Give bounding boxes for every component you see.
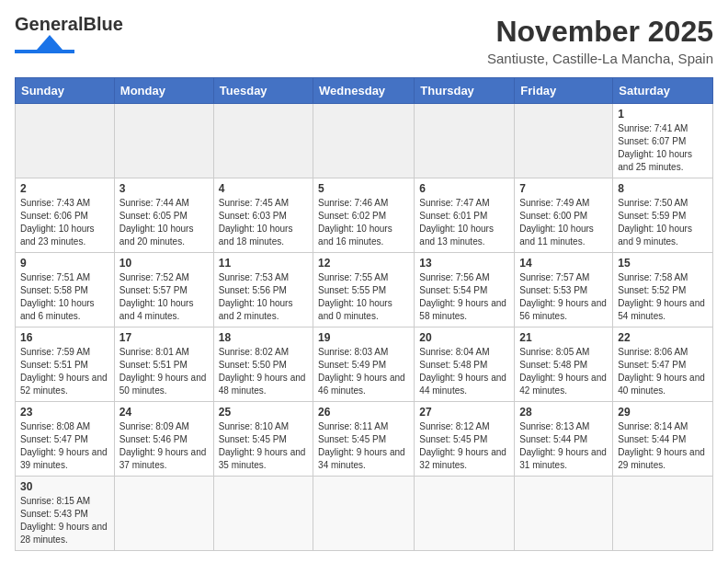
day-info: Sunrise: 7:52 AM Sunset: 5:57 PM Dayligh… — [119, 271, 209, 323]
day-number: 4 — [219, 182, 308, 195]
day-number: 26 — [318, 406, 409, 419]
calendar-cell — [515, 477, 613, 551]
calendar-cell — [613, 477, 713, 551]
logo: GeneralBlue — [15, 15, 123, 55]
day-number: 7 — [519, 182, 608, 195]
day-number: 14 — [519, 257, 608, 270]
day-number: 16 — [20, 331, 109, 344]
day-number: 5 — [318, 182, 409, 195]
day-info: Sunrise: 8:10 AM Sunset: 5:45 PM Dayligh… — [219, 420, 308, 472]
weekday-header-friday: Friday — [515, 78, 613, 104]
day-info: Sunrise: 7:44 AM Sunset: 6:05 PM Dayligh… — [119, 197, 209, 248]
calendar-cell: 26Sunrise: 8:11 AM Sunset: 5:45 PM Dayli… — [313, 402, 415, 477]
day-number: 2 — [20, 182, 109, 195]
logo-text-blue: Blue — [83, 15, 122, 33]
day-info: Sunrise: 8:08 AM Sunset: 5:47 PM Dayligh… — [20, 420, 109, 472]
calendar-cell: 12Sunrise: 7:55 AM Sunset: 5:55 PM Dayli… — [313, 253, 415, 327]
calendar-cell — [415, 104, 515, 178]
calendar-cell: 2Sunrise: 7:43 AM Sunset: 6:06 PM Daylig… — [16, 178, 115, 253]
calendar-cell: 29Sunrise: 8:14 AM Sunset: 5:44 PM Dayli… — [613, 402, 713, 477]
calendar-cell: 4Sunrise: 7:45 AM Sunset: 6:03 PM Daylig… — [213, 178, 313, 253]
calendar-cell: 6Sunrise: 7:47 AM Sunset: 6:01 PM Daylig… — [415, 178, 515, 253]
day-number: 23 — [20, 406, 109, 419]
calendar-cell: 10Sunrise: 7:52 AM Sunset: 5:57 PM Dayli… — [114, 253, 213, 327]
day-info: Sunrise: 7:53 AM Sunset: 5:56 PM Dayligh… — [219, 271, 308, 323]
page-header: GeneralBlue November 2025 Santiuste, Cas… — [15, 15, 713, 66]
day-info: Sunrise: 8:11 AM Sunset: 5:45 PM Dayligh… — [318, 420, 409, 472]
day-info: Sunrise: 7:45 AM Sunset: 6:03 PM Dayligh… — [219, 197, 308, 248]
day-info: Sunrise: 8:04 AM Sunset: 5:48 PM Dayligh… — [419, 346, 509, 397]
calendar-cell: 13Sunrise: 7:56 AM Sunset: 5:54 PM Dayli… — [415, 253, 515, 327]
calendar-cell — [213, 477, 313, 551]
calendar-cell: 7Sunrise: 7:49 AM Sunset: 6:00 PM Daylig… — [515, 178, 613, 253]
day-info: Sunrise: 7:57 AM Sunset: 5:53 PM Dayligh… — [519, 271, 608, 323]
day-number: 8 — [618, 182, 708, 195]
calendar-cell: 5Sunrise: 7:46 AM Sunset: 6:02 PM Daylig… — [313, 178, 415, 253]
calendar-cell: 22Sunrise: 8:06 AM Sunset: 5:47 PM Dayli… — [613, 327, 713, 402]
calendar-cell: 16Sunrise: 7:59 AM Sunset: 5:51 PM Dayli… — [16, 327, 115, 402]
calendar-cell: 19Sunrise: 8:03 AM Sunset: 5:49 PM Dayli… — [313, 327, 415, 402]
month-title: November 2025 — [487, 15, 713, 49]
day-info: Sunrise: 7:47 AM Sunset: 6:01 PM Dayligh… — [419, 197, 509, 248]
day-info: Sunrise: 7:41 AM Sunset: 6:07 PM Dayligh… — [618, 122, 708, 174]
day-number: 13 — [419, 257, 509, 270]
day-info: Sunrise: 8:03 AM Sunset: 5:49 PM Dayligh… — [318, 346, 409, 397]
day-info: Sunrise: 7:51 AM Sunset: 5:58 PM Dayligh… — [20, 271, 109, 323]
calendar-cell — [114, 477, 213, 551]
day-info: Sunrise: 7:49 AM Sunset: 6:00 PM Dayligh… — [519, 197, 608, 248]
day-info: Sunrise: 8:15 AM Sunset: 5:43 PM Dayligh… — [20, 495, 109, 546]
weekday-header-thursday: Thursday — [415, 78, 515, 104]
day-number: 27 — [419, 406, 509, 419]
calendar-week-3: 9Sunrise: 7:51 AM Sunset: 5:58 PM Daylig… — [16, 253, 713, 327]
day-number: 15 — [618, 257, 708, 270]
calendar-cell — [515, 104, 613, 178]
day-number: 22 — [618, 331, 708, 344]
calendar-week-6: 30Sunrise: 8:15 AM Sunset: 5:43 PM Dayli… — [16, 477, 713, 551]
day-number: 11 — [219, 257, 308, 270]
calendar-week-4: 16Sunrise: 7:59 AM Sunset: 5:51 PM Dayli… — [16, 327, 713, 402]
calendar-cell: 23Sunrise: 8:08 AM Sunset: 5:47 PM Dayli… — [16, 402, 115, 477]
title-section: November 2025 Santiuste, Castille-La Man… — [487, 15, 713, 66]
day-number: 12 — [318, 257, 409, 270]
calendar-week-5: 23Sunrise: 8:08 AM Sunset: 5:47 PM Dayli… — [16, 402, 713, 477]
day-number: 29 — [618, 406, 708, 419]
logo-text-general: General — [15, 15, 83, 33]
day-info: Sunrise: 7:55 AM Sunset: 5:55 PM Dayligh… — [318, 271, 409, 323]
day-number: 25 — [219, 406, 308, 419]
day-number: 19 — [318, 331, 409, 344]
svg-marker-1 — [37, 35, 63, 50]
calendar-cell — [313, 477, 415, 551]
day-info: Sunrise: 8:02 AM Sunset: 5:50 PM Dayligh… — [219, 346, 308, 397]
day-number: 6 — [419, 182, 509, 195]
day-info: Sunrise: 7:56 AM Sunset: 5:54 PM Dayligh… — [419, 271, 509, 323]
day-info: Sunrise: 8:14 AM Sunset: 5:44 PM Dayligh… — [618, 420, 708, 472]
day-info: Sunrise: 8:05 AM Sunset: 5:48 PM Dayligh… — [519, 346, 608, 397]
day-info: Sunrise: 7:59 AM Sunset: 5:51 PM Dayligh… — [20, 346, 109, 397]
day-number: 3 — [119, 182, 209, 195]
calendar-cell: 18Sunrise: 8:02 AM Sunset: 5:50 PM Dayli… — [213, 327, 313, 402]
calendar-cell: 14Sunrise: 7:57 AM Sunset: 5:53 PM Dayli… — [515, 253, 613, 327]
day-info: Sunrise: 8:06 AM Sunset: 5:47 PM Dayligh… — [618, 346, 708, 397]
calendar-cell — [313, 104, 415, 178]
day-number: 20 — [419, 331, 509, 344]
calendar-cell — [114, 104, 213, 178]
day-number: 28 — [519, 406, 608, 419]
day-info: Sunrise: 7:46 AM Sunset: 6:02 PM Dayligh… — [318, 197, 409, 248]
calendar-cell — [16, 104, 115, 178]
calendar-cell: 24Sunrise: 8:09 AM Sunset: 5:46 PM Dayli… — [114, 402, 213, 477]
day-info: Sunrise: 7:58 AM Sunset: 5:52 PM Dayligh… — [618, 271, 708, 323]
weekday-header-row: SundayMondayTuesdayWednesdayThursdayFrid… — [16, 78, 713, 104]
calendar-cell — [415, 477, 515, 551]
calendar-cell — [213, 104, 313, 178]
day-info: Sunrise: 8:09 AM Sunset: 5:46 PM Dayligh… — [119, 420, 209, 472]
day-info: Sunrise: 7:43 AM Sunset: 6:06 PM Dayligh… — [20, 197, 109, 248]
calendar-cell: 28Sunrise: 8:13 AM Sunset: 5:44 PM Dayli… — [515, 402, 613, 477]
day-number: 9 — [20, 257, 109, 270]
weekday-header-tuesday: Tuesday — [213, 78, 313, 104]
day-info: Sunrise: 8:01 AM Sunset: 5:51 PM Dayligh… — [119, 346, 209, 397]
calendar-week-1: 1Sunrise: 7:41 AM Sunset: 6:07 PM Daylig… — [16, 104, 713, 178]
calendar-week-2: 2Sunrise: 7:43 AM Sunset: 6:06 PM Daylig… — [16, 178, 713, 253]
day-info: Sunrise: 8:13 AM Sunset: 5:44 PM Dayligh… — [519, 420, 608, 472]
calendar-cell: 1Sunrise: 7:41 AM Sunset: 6:07 PM Daylig… — [613, 104, 713, 178]
calendar-table: SundayMondayTuesdayWednesdayThursdayFrid… — [15, 77, 713, 551]
